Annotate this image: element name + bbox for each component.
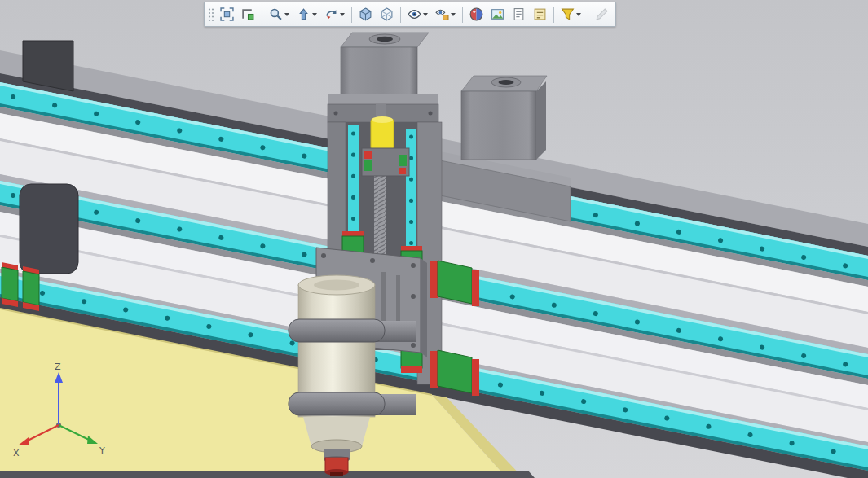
y-axis-arrowhead — [87, 436, 98, 444]
bearing-clamp — [399, 168, 406, 174]
zoom-to-area-icon — [241, 7, 255, 21]
orientation-triad: Z X Y — [7, 362, 114, 469]
toolbar-separator — [400, 7, 401, 23]
x-axis-motor[interactable] — [461, 76, 547, 160]
arrow-up-icon — [297, 7, 311, 21]
spindle-top-inner — [314, 280, 359, 291]
bolt — [429, 112, 433, 116]
heads-up-toolbar — [204, 2, 616, 27]
3d-viewport[interactable]: Z X Y — [0, 0, 868, 478]
toolbar-separator — [262, 7, 262, 23]
edit-appearance-button[interactable] — [466, 5, 487, 24]
motor-body-lower[interactable] — [20, 184, 78, 274]
plate-side-face — [421, 258, 427, 357]
motor-shaft-hole — [499, 80, 514, 85]
view-settings-button[interactable] — [509, 5, 529, 24]
apply-scene-button[interactable] — [487, 5, 508, 24]
carriage-block[interactable] — [23, 271, 39, 305]
carriage-block[interactable] — [438, 261, 472, 304]
zoom-to-area-button[interactable] — [238, 5, 258, 24]
y-axis — [59, 425, 89, 440]
bearing-carriage — [364, 160, 372, 171]
plate-slot — [381, 272, 386, 329]
instant-3d-button[interactable] — [592, 5, 612, 24]
display-style-button[interactable] — [377, 5, 397, 24]
drag-dots-icon — [208, 7, 214, 22]
bolt — [334, 112, 338, 116]
toolbar-separator — [553, 7, 554, 23]
carriage-clamp — [401, 366, 422, 373]
motor-body[interactable] — [341, 47, 417, 94]
toolbar-separator — [462, 7, 463, 23]
carriage-block[interactable] — [2, 267, 18, 301]
spindle-clamp-ring[interactable] — [289, 319, 385, 342]
dropdown-caret-icon — [423, 13, 428, 16]
motor-mount-plate-top — [328, 94, 438, 104]
dropdown-caret-icon — [284, 13, 289, 16]
carriage-clamp — [430, 261, 438, 298]
carriage-block[interactable] — [438, 350, 472, 393]
x-axis-arrowhead — [18, 437, 29, 445]
appearance-ball-icon — [469, 7, 483, 21]
x-axis-label: X — [13, 448, 20, 458]
spindle-clamp-ring[interactable] — [289, 392, 385, 415]
annotation-note-icon — [533, 7, 547, 21]
tool-tip — [330, 472, 343, 476]
pencil-icon — [595, 7, 609, 21]
cnc-machine-model[interactable] — [0, 0, 868, 478]
zoom-tools-button[interactable] — [266, 5, 293, 24]
dropdown-caret-icon — [576, 13, 581, 16]
previous-view-button[interactable] — [293, 5, 320, 24]
carriage-clamp — [472, 359, 479, 396]
filter-graphics-button[interactable] — [557, 5, 584, 24]
bearing-clamp — [364, 151, 372, 159]
hide-show-items-button[interactable] — [404, 5, 431, 24]
motor-side-face — [536, 81, 546, 160]
view-orientation-button[interactable] — [321, 5, 348, 24]
toolbar-separator — [588, 7, 588, 23]
rotate-view-icon — [324, 7, 338, 21]
z-axis-arrowhead — [55, 372, 63, 383]
annotation-views-button[interactable] — [530, 5, 550, 24]
shaded-cube-icon — [359, 7, 372, 21]
zoom-to-fit-button[interactable] — [217, 5, 237, 24]
dropdown-caret-icon — [451, 13, 456, 16]
motor-shaft-hole — [377, 37, 393, 42]
toolbar-separator — [351, 7, 352, 23]
eye-icon — [408, 7, 421, 21]
display-style-shaded-button[interactable] — [355, 5, 376, 24]
shaft-coupler[interactable] — [371, 119, 394, 150]
motor-body[interactable] — [461, 91, 536, 160]
bearing-carriage — [399, 155, 407, 166]
y-axis-label: Y — [99, 445, 105, 456]
carriage-clamp — [472, 270, 479, 306]
scene-photo-icon — [491, 7, 504, 21]
dropdown-caret-icon — [340, 13, 345, 16]
dropdown-caret-icon — [312, 13, 317, 16]
table-front-frame — [0, 471, 535, 478]
zoom-to-fit-icon — [220, 7, 234, 21]
x-axis — [28, 425, 59, 441]
carriage-clamp — [430, 351, 438, 388]
toolbar-drag-handle[interactable] — [208, 7, 216, 22]
eye-box-icon — [435, 7, 449, 21]
z-axis-label: Z — [55, 362, 61, 372]
coupler-top — [372, 116, 393, 123]
settings-document-icon — [512, 7, 526, 21]
magnifier-icon — [269, 7, 283, 21]
funnel-icon — [561, 7, 575, 21]
view-visibility-button[interactable] — [432, 5, 459, 24]
wireframe-cube-icon — [380, 7, 394, 21]
